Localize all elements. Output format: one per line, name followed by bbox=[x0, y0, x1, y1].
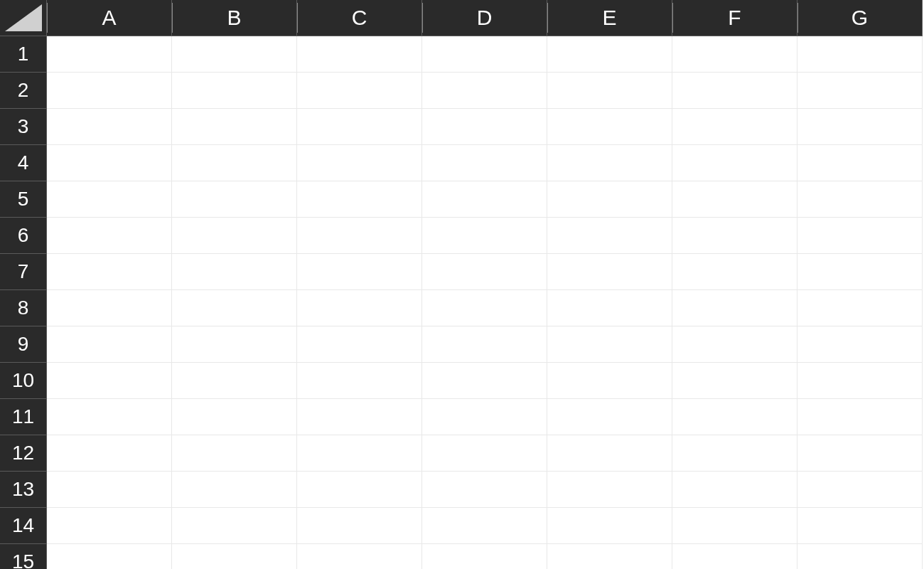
cell-A3[interactable] bbox=[47, 109, 172, 145]
cell-B4[interactable] bbox=[172, 145, 297, 181]
cell-F12[interactable] bbox=[672, 435, 797, 472]
column-header-E[interactable]: E bbox=[547, 0, 672, 36]
cell-E4[interactable] bbox=[547, 145, 672, 181]
row-header-2[interactable]: 2 bbox=[0, 73, 47, 109]
cell-B2[interactable] bbox=[172, 73, 297, 109]
row-header-5[interactable]: 5 bbox=[0, 181, 47, 218]
cell-C12[interactable] bbox=[297, 435, 422, 472]
cell-F4[interactable] bbox=[672, 145, 797, 181]
row-header-1[interactable]: 1 bbox=[0, 36, 47, 73]
cell-B5[interactable] bbox=[172, 181, 297, 218]
cell-G2[interactable] bbox=[797, 73, 923, 109]
cell-D6[interactable] bbox=[422, 218, 547, 254]
cell-D10[interactable] bbox=[422, 363, 547, 399]
cell-D4[interactable] bbox=[422, 145, 547, 181]
cell-F9[interactable] bbox=[672, 326, 797, 363]
cell-C9[interactable] bbox=[297, 326, 422, 363]
cell-F11[interactable] bbox=[672, 399, 797, 435]
row-header-11[interactable]: 11 bbox=[0, 399, 47, 435]
cell-G14[interactable] bbox=[797, 508, 923, 544]
column-header-F[interactable]: F bbox=[672, 0, 797, 36]
cell-C3[interactable] bbox=[297, 109, 422, 145]
row-header-14[interactable]: 14 bbox=[0, 508, 47, 544]
cell-B11[interactable] bbox=[172, 399, 297, 435]
cell-D11[interactable] bbox=[422, 399, 547, 435]
cell-B15[interactable] bbox=[172, 544, 297, 569]
cell-D15[interactable] bbox=[422, 544, 547, 569]
cell-F7[interactable] bbox=[672, 254, 797, 290]
cell-E8[interactable] bbox=[547, 290, 672, 326]
row-header-10[interactable]: 10 bbox=[0, 363, 47, 399]
row-header-7[interactable]: 7 bbox=[0, 254, 47, 290]
cell-F15[interactable] bbox=[672, 544, 797, 569]
cell-B9[interactable] bbox=[172, 326, 297, 363]
cell-B3[interactable] bbox=[172, 109, 297, 145]
cell-D8[interactable] bbox=[422, 290, 547, 326]
cell-A11[interactable] bbox=[47, 399, 172, 435]
cell-F13[interactable] bbox=[672, 472, 797, 508]
cell-D1[interactable] bbox=[422, 36, 547, 73]
cell-C13[interactable] bbox=[297, 472, 422, 508]
cell-A13[interactable] bbox=[47, 472, 172, 508]
cell-G4[interactable] bbox=[797, 145, 923, 181]
cell-G1[interactable] bbox=[797, 36, 923, 73]
row-header-15[interactable]: 15 bbox=[0, 544, 47, 569]
cell-D14[interactable] bbox=[422, 508, 547, 544]
cell-E5[interactable] bbox=[547, 181, 672, 218]
row-header-3[interactable]: 3 bbox=[0, 109, 47, 145]
cell-D13[interactable] bbox=[422, 472, 547, 508]
cell-C6[interactable] bbox=[297, 218, 422, 254]
cell-F1[interactable] bbox=[672, 36, 797, 73]
cell-E6[interactable] bbox=[547, 218, 672, 254]
cell-B1[interactable] bbox=[172, 36, 297, 73]
cell-E13[interactable] bbox=[547, 472, 672, 508]
column-header-A[interactable]: A bbox=[47, 0, 172, 36]
cell-D2[interactable] bbox=[422, 73, 547, 109]
cell-F14[interactable] bbox=[672, 508, 797, 544]
cell-G13[interactable] bbox=[797, 472, 923, 508]
cell-B7[interactable] bbox=[172, 254, 297, 290]
cell-C5[interactable] bbox=[297, 181, 422, 218]
cell-D7[interactable] bbox=[422, 254, 547, 290]
row-header-13[interactable]: 13 bbox=[0, 472, 47, 508]
cell-G6[interactable] bbox=[797, 218, 923, 254]
cell-G7[interactable] bbox=[797, 254, 923, 290]
cell-F3[interactable] bbox=[672, 109, 797, 145]
cell-E11[interactable] bbox=[547, 399, 672, 435]
cell-A6[interactable] bbox=[47, 218, 172, 254]
column-header-D[interactable]: D bbox=[422, 0, 547, 36]
cell-E9[interactable] bbox=[547, 326, 672, 363]
cell-A9[interactable] bbox=[47, 326, 172, 363]
cell-E12[interactable] bbox=[547, 435, 672, 472]
cell-C8[interactable] bbox=[297, 290, 422, 326]
cell-B10[interactable] bbox=[172, 363, 297, 399]
cell-A12[interactable] bbox=[47, 435, 172, 472]
cell-D3[interactable] bbox=[422, 109, 547, 145]
cell-C14[interactable] bbox=[297, 508, 422, 544]
cell-B6[interactable] bbox=[172, 218, 297, 254]
cell-A10[interactable] bbox=[47, 363, 172, 399]
cell-F6[interactable] bbox=[672, 218, 797, 254]
cell-E15[interactable] bbox=[547, 544, 672, 569]
cell-E1[interactable] bbox=[547, 36, 672, 73]
cell-E10[interactable] bbox=[547, 363, 672, 399]
cell-F10[interactable] bbox=[672, 363, 797, 399]
cell-A8[interactable] bbox=[47, 290, 172, 326]
row-header-4[interactable]: 4 bbox=[0, 145, 47, 181]
row-header-8[interactable]: 8 bbox=[0, 290, 47, 326]
cell-C1[interactable] bbox=[297, 36, 422, 73]
cell-A14[interactable] bbox=[47, 508, 172, 544]
cell-F8[interactable] bbox=[672, 290, 797, 326]
cell-G9[interactable] bbox=[797, 326, 923, 363]
cell-C11[interactable] bbox=[297, 399, 422, 435]
row-header-9[interactable]: 9 bbox=[0, 326, 47, 363]
cell-B12[interactable] bbox=[172, 435, 297, 472]
cell-A1[interactable] bbox=[47, 36, 172, 73]
column-header-B[interactable]: B bbox=[172, 0, 297, 36]
cell-G10[interactable] bbox=[797, 363, 923, 399]
cell-G15[interactable] bbox=[797, 544, 923, 569]
cell-E3[interactable] bbox=[547, 109, 672, 145]
cell-A2[interactable] bbox=[47, 73, 172, 109]
row-header-6[interactable]: 6 bbox=[0, 218, 47, 254]
select-all-corner[interactable] bbox=[0, 0, 47, 36]
